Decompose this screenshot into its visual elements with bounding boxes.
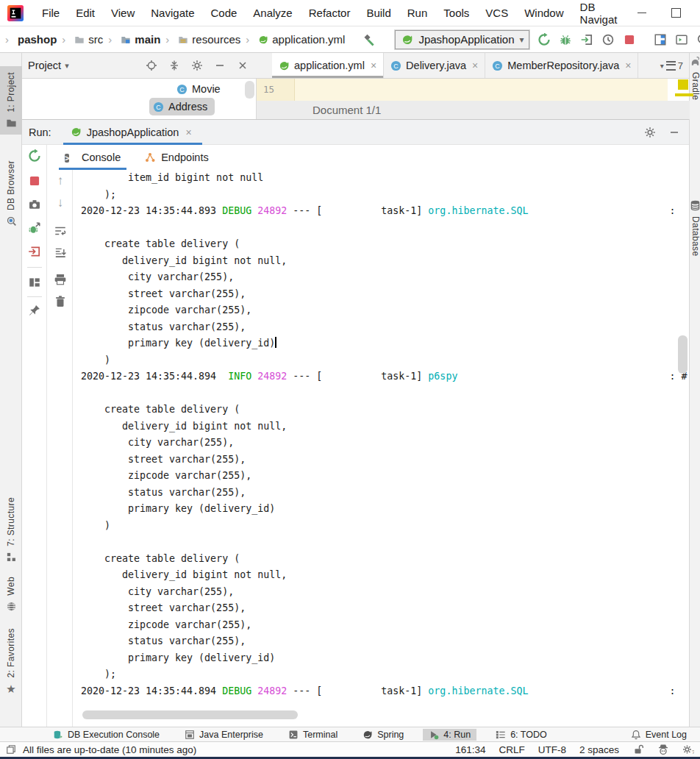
- dump-threads-icon[interactable]: [28, 198, 41, 211]
- tool-window-button[interactable]: 6: TODO: [490, 729, 553, 741]
- run-anything-icon[interactable]: [675, 33, 688, 46]
- tool-windows-icon[interactable]: [654, 33, 667, 46]
- locate-icon[interactable]: [146, 60, 157, 71]
- close-icon[interactable]: [185, 126, 191, 138]
- menu-item[interactable]: View: [103, 7, 143, 19]
- breadcrumb-item[interactable]: resources: [160, 33, 240, 46]
- scroll-to-end-icon[interactable]: [54, 246, 67, 260]
- editor-tab[interactable]: application.yml: [272, 53, 384, 78]
- status-message: All files are up-to-date (10 minutes ago…: [23, 744, 196, 755]
- run-config-tab[interactable]: JpashopApplication: [63, 120, 202, 145]
- event-log-button[interactable]: Event Log: [625, 729, 693, 741]
- hide-panel-icon[interactable]: [214, 60, 226, 71]
- breadcrumb-item[interactable]: pashop: [0, 33, 57, 46]
- rerun-icon[interactable]: [28, 149, 41, 163]
- close-icon[interactable]: [472, 60, 478, 71]
- menu-item[interactable]: Tools: [435, 7, 477, 19]
- next-occurrence-icon[interactable]: ↓: [54, 196, 67, 210]
- exit-process-icon[interactable]: [28, 245, 41, 258]
- close-icon[interactable]: [625, 60, 631, 71]
- breadcrumb-item[interactable]: src: [57, 33, 103, 46]
- soft-wrap-icon[interactable]: [54, 224, 67, 238]
- gear-icon[interactable]: [191, 60, 203, 71]
- menu-item[interactable]: Window: [516, 7, 571, 19]
- menu-item[interactable]: Analyze: [245, 7, 300, 19]
- menu-item[interactable]: Navigate: [143, 7, 202, 19]
- sidebar-tab-project[interactable]: 1: Project: [0, 66, 22, 135]
- close-icon[interactable]: [371, 60, 376, 71]
- sidebar-tab-web[interactable]: Web: [0, 577, 22, 612]
- search-icon[interactable]: [696, 33, 700, 46]
- tool-window-buttons: DB Execution Console Java Enterprise Ter…: [47, 729, 566, 741]
- project-scrollbar[interactable]: [245, 81, 254, 99]
- tool-window-button[interactable]: DB Execution Console: [47, 729, 165, 741]
- hector-inspector-icon[interactable]: [657, 744, 669, 755]
- menu-item[interactable]: Code: [202, 7, 245, 19]
- error-stripe-mark[interactable]: [678, 79, 688, 90]
- close-button[interactable]: ×: [693, 0, 700, 26]
- run-with-coverage-icon[interactable]: [580, 33, 593, 46]
- run-toolbar: [22, 145, 47, 727]
- console-tab[interactable]: Endpoints: [137, 145, 216, 170]
- close-icon[interactable]: [237, 60, 249, 71]
- project-item-movie[interactable]: C Movie: [173, 80, 228, 98]
- clear-console-icon[interactable]: [54, 295, 67, 308]
- tab-list-icon: [666, 61, 676, 71]
- breadcrumb-item[interactable]: application.yml: [240, 33, 345, 46]
- pin-icon[interactable]: [28, 304, 41, 317]
- frame-switch-icon[interactable]: [6, 744, 16, 755]
- tool-window-button[interactable]: Java Enterprise: [179, 729, 269, 741]
- menu-item[interactable]: DB Navigat: [572, 1, 626, 26]
- collapse-all-icon[interactable]: [168, 60, 180, 71]
- restore-layout-icon[interactable]: [28, 276, 41, 289]
- debug-icon[interactable]: [559, 33, 572, 46]
- menu-item[interactable]: Edit: [68, 7, 103, 19]
- tool-window-button[interactable]: 4: Run: [423, 729, 476, 741]
- menu-item[interactable]: Refactor: [301, 7, 359, 19]
- run-config-combo[interactable]: JpashopApplication ▾: [395, 30, 529, 49]
- menu-item[interactable]: VCS: [477, 7, 516, 19]
- sidebar-tab-structure[interactable]: 7: Structure: [0, 497, 22, 563]
- console-output[interactable]: item_id bigint not null ); 2020-12-23 14…: [74, 170, 688, 704]
- line-ending[interactable]: CRLF: [499, 744, 524, 755]
- project-item-address[interactable]: C Address: [149, 98, 215, 115]
- tool-window-button[interactable]: Spring: [357, 729, 410, 741]
- menu-item[interactable]: File: [34, 7, 68, 19]
- horizontal-scrollbar[interactable]: [82, 710, 298, 719]
- editor-tab[interactable]: C MemberRepository.java: [485, 53, 638, 78]
- gradle-elephant-icon: [690, 56, 700, 67]
- stop-icon[interactable]: [28, 174, 41, 188]
- editor-tab[interactable]: C Delivery.java: [384, 53, 485, 78]
- file-encoding[interactable]: UTF-8: [538, 744, 566, 755]
- prev-occurrence-icon[interactable]: ↑: [54, 174, 67, 188]
- tool-window-button[interactable]: Terminal: [282, 729, 343, 741]
- project-panel-title[interactable]: Project ▾: [28, 60, 69, 71]
- run-label: Run:: [29, 126, 51, 138]
- left-tool-strip: 1: Project DB Browser 7: Structure Web 2…: [0, 53, 22, 727]
- maximize-button[interactable]: [659, 0, 693, 26]
- menu-item[interactable]: Run: [399, 7, 436, 19]
- profiler-icon[interactable]: [601, 33, 615, 46]
- console-tab[interactable]: Console: [57, 145, 128, 170]
- sidebar-tab-database[interactable]: Database: [690, 200, 700, 257]
- breadcrumb-item[interactable]: main: [103, 33, 160, 46]
- print-icon[interactable]: [54, 273, 67, 286]
- caret-position[interactable]: 161:34: [455, 744, 485, 755]
- sidebar-tab-db-browser[interactable]: DB Browser: [0, 160, 22, 227]
- gear-icon[interactable]: [644, 126, 656, 138]
- hide-panel-icon[interactable]: [668, 126, 680, 138]
- editor-current-line[interactable]: [295, 79, 668, 101]
- gear-question-icon[interactable]: ?: [682, 744, 694, 755]
- attach-debugger-icon[interactable]: [28, 221, 41, 235]
- menu-item[interactable]: Build: [358, 7, 399, 19]
- sidebar-tab-favorites[interactable]: 2: Favorites ★: [0, 628, 22, 694]
- vertical-scrollbar[interactable]: [678, 335, 688, 374]
- stop-icon[interactable]: [623, 33, 636, 46]
- run-icon[interactable]: [538, 33, 551, 46]
- indent-setting[interactable]: 2 spaces: [579, 744, 619, 755]
- tab-list-dropdown[interactable]: ▾ 7: [660, 53, 683, 78]
- error-stripe-bar[interactable]: [675, 93, 693, 96]
- minimize-button[interactable]: [625, 0, 659, 26]
- build-hammer-icon[interactable]: [362, 33, 376, 46]
- lock-icon[interactable]: [632, 744, 644, 755]
